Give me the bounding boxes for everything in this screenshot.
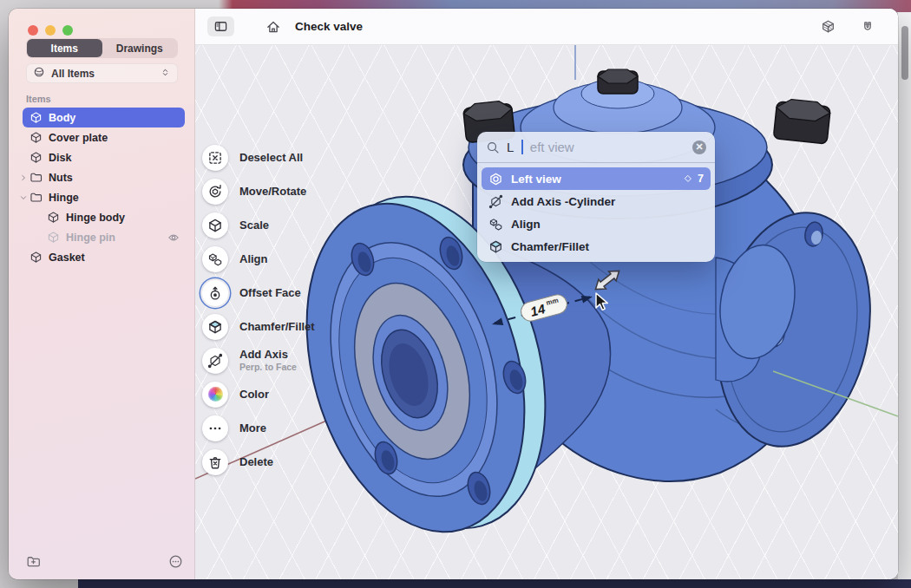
search-result-left-view[interactable]: Left view7 — [482, 167, 711, 190]
sidebar-item-cover-plate[interactable]: Cover plate — [23, 127, 185, 147]
tool-label: Color — [239, 389, 269, 401]
tab-drawings[interactable]: Drawings — [102, 39, 178, 57]
result-label: Add Axis -Cylinder — [511, 195, 615, 208]
background-scrollbar-thumb[interactable] — [901, 26, 908, 80]
sidebar-item-hinge[interactable]: Hinge — [23, 187, 185, 207]
more-options-button[interactable] — [168, 554, 183, 569]
cube-icon — [47, 211, 60, 224]
shortcut-badge: 7 — [683, 173, 704, 185]
dimension-annotation: 14 mm — [492, 292, 593, 325]
minimize-button[interactable] — [45, 25, 56, 36]
search-query: L — [507, 140, 514, 154]
item-label: Hinge — [49, 192, 79, 204]
move-rotate-icon[interactable] — [202, 179, 228, 205]
sidebar-toggle-button[interactable] — [207, 16, 234, 36]
sidebar-tab-switcher: Items Drawings — [26, 38, 178, 58]
item-label: Hinge body — [66, 212, 125, 224]
right-flange — [700, 200, 888, 459]
tool-chamfer-fillet[interactable]: Chamfer/Fillet — [202, 310, 315, 343]
search-result-add-axis-cylinder[interactable]: Add Axis -Cylinder — [482, 190, 711, 212]
tool-label: Move/Rotate — [239, 186, 306, 198]
tool-move-rotate[interactable]: Move/Rotate — [202, 174, 315, 208]
chevron-down-icon[interactable] — [19, 193, 29, 202]
tool-delete[interactable]: Delete — [202, 445, 315, 479]
align-icon[interactable] — [202, 246, 228, 272]
search-icon — [486, 140, 500, 154]
search-result-chamfer-fillet[interactable]: Chamfer/Fillet — [482, 235, 711, 258]
snap-magnet-button[interactable] — [861, 20, 875, 34]
search-autocomplete: eft view — [530, 140, 574, 154]
items-list: BodyCover plateDiskNutsHingeHinge bodyHi… — [9, 108, 195, 267]
add-axis-icon[interactable] — [202, 348, 228, 374]
color-icon[interactable] — [202, 382, 228, 408]
zoom-button[interactable] — [62, 25, 73, 36]
scale-icon[interactable] — [202, 212, 228, 238]
svg-text:mm: mm — [546, 297, 560, 307]
titlebar: Check valve — [195, 9, 898, 45]
desktop-bottom-strip — [0, 579, 911, 588]
tool-scale[interactable]: Scale — [202, 208, 315, 242]
document-title: Check valve — [295, 20, 363, 33]
sidebar-item-body[interactable]: Body — [23, 108, 185, 127]
mouse-cursor — [596, 293, 607, 310]
items-filter-dropdown[interactable]: All Items — [26, 63, 178, 83]
search-results-list: Left view7Add Axis -CylinderAlignChamfer… — [477, 163, 715, 262]
deselect-icon[interactable] — [202, 145, 228, 171]
context-toolbar: Deselect AllMove/RotateScaleAlignOffset … — [202, 140, 315, 479]
align-icon — [488, 217, 503, 232]
tool-align[interactable]: Align — [202, 242, 315, 276]
sidebar-item-disk[interactable]: Disk — [23, 147, 185, 167]
result-label: Chamfer/Fillet — [511, 240, 589, 253]
result-label: Left view — [511, 173, 561, 186]
svg-text:14: 14 — [528, 301, 547, 319]
3d-viewport[interactable]: 14 mm Deselect AllMove/RotateScaleAlignO… — [195, 45, 898, 579]
result-label: Align — [511, 218, 541, 231]
desktop-background: Items Drawings All Items Items BodyCover… — [0, 0, 911, 588]
tool-label: Align — [239, 253, 268, 265]
sidebar: Items Drawings All Items Items BodyCover… — [9, 9, 195, 579]
visibility-eye-icon[interactable] — [167, 232, 180, 244]
item-label: Disk — [49, 152, 71, 164]
search-result-align[interactable]: Align — [482, 212, 711, 235]
offset-face-icon[interactable] — [202, 280, 228, 306]
sidebar-item-gasket[interactable]: Gasket — [23, 247, 185, 267]
item-label: Cover plate — [49, 132, 108, 144]
item-label: Body — [49, 112, 75, 124]
chamfer-icon — [488, 239, 503, 254]
tab-items[interactable]: Items — [27, 39, 102, 57]
new-folder-button[interactable] — [26, 554, 41, 569]
more-icon[interactable] — [202, 415, 228, 441]
offset-drag-handle[interactable] — [592, 266, 623, 294]
tool-offset-face[interactable]: Offset Face — [202, 276, 315, 310]
tool-deselect-all[interactable]: Deselect All — [202, 140, 315, 174]
close-button[interactable] — [28, 25, 38, 36]
dimension-label[interactable]: 14 mm — [519, 292, 569, 323]
text-caret — [521, 140, 523, 154]
chevron-right-icon[interactable] — [19, 173, 29, 182]
home-button[interactable] — [265, 19, 281, 35]
tool-more[interactable]: More — [202, 411, 315, 445]
dpad-diamond-icon — [683, 173, 693, 184]
selector-chevrons-icon — [160, 66, 171, 82]
clear-search-button[interactable]: ✕ — [692, 140, 706, 154]
tool-sublabel: Perp. to Face — [239, 363, 297, 372]
app-window: Items Drawings All Items Items BodyCover… — [9, 9, 898, 579]
item-label: Nuts — [49, 172, 73, 184]
delete-icon[interactable] — [202, 449, 228, 475]
tool-label: Scale — [239, 219, 269, 232]
tool-label: Deselect All — [239, 152, 303, 164]
items-section-label: Items — [26, 94, 51, 104]
folder-icon — [29, 171, 43, 184]
command-search-field[interactable]: L eft view ✕ — [477, 132, 715, 163]
desktop-bottom-left — [0, 579, 78, 588]
sidebar-item-nuts[interactable]: Nuts — [23, 167, 185, 187]
sidebar-item-hinge-body[interactable]: Hinge body — [23, 207, 185, 227]
cube-icon — [29, 151, 43, 164]
chamfer-icon[interactable] — [202, 314, 228, 340]
cube-icon — [29, 111, 43, 124]
tool-add-axis[interactable]: Add AxisPerp. to Face — [202, 343, 315, 377]
tool-color[interactable]: Color — [202, 377, 315, 411]
materials-box-button[interactable] — [821, 19, 836, 34]
sidebar-item-hinge-pin[interactable]: Hinge pin — [23, 227, 185, 247]
tool-label: Chamfer/Fillet — [239, 321, 315, 333]
